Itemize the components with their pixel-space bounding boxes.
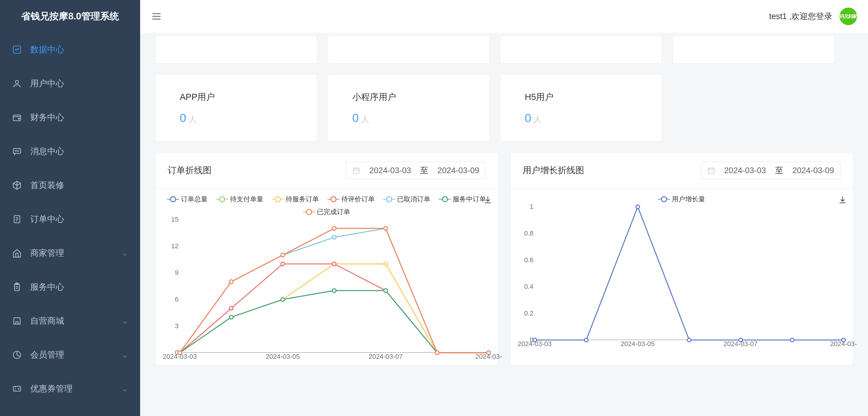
sidebar-item-label: 财务中心: [30, 112, 128, 123]
legend-marker-icon: [383, 199, 395, 200]
stat-title: H5用户: [525, 91, 638, 103]
sidebar-item-label: 用户中心: [30, 78, 128, 89]
order-icon: [12, 214, 22, 224]
sidebar-item-4[interactable]: 首页装修: [0, 168, 140, 202]
y-tick: 0.6: [520, 256, 534, 264]
svg-rect-77: [708, 168, 714, 173]
svg-point-5: [15, 151, 16, 151]
sidebar-item-7[interactable]: 服务中心: [0, 270, 140, 304]
sidebar-item-label: 消息中心: [30, 146, 128, 157]
y-tick: 1: [520, 203, 534, 211]
y-tick: 3: [165, 322, 179, 330]
legend-label: 待评价订单: [341, 195, 375, 204]
legend-item[interactable]: 订单总量: [167, 195, 208, 204]
orders-chart-body: 订单总量待支付单量待服务订单待评价订单已取消订单服务中订单已完成订单036912…: [156, 189, 498, 365]
wallet-icon: [12, 113, 22, 122]
sidebar-item-2[interactable]: 财务中心: [0, 100, 140, 135]
home-icon: [12, 248, 22, 258]
y-tick: 6: [165, 296, 179, 303]
sidebar-item-10[interactable]: ¥优惠券管理: [0, 372, 140, 406]
date-range-picker[interactable]: 2024-03-03 至 2024-03-09: [346, 162, 486, 179]
stat-card: H5用户0人: [500, 75, 662, 141]
svg-point-52: [332, 262, 336, 266]
download-icon[interactable]: [483, 195, 492, 204]
legend-marker-icon: [167, 199, 179, 200]
legend-item[interactable]: 已取消订单: [383, 195, 430, 204]
legend-label: 待支付单量: [230, 195, 263, 204]
legend-marker-icon: [216, 199, 228, 200]
stat-card-blank: [500, 36, 662, 64]
svg-point-73: [332, 227, 336, 230]
sidebar-item-3[interactable]: 消息中心: [0, 135, 140, 168]
date-from: 2024-03-03: [724, 166, 766, 175]
svg-rect-23: [353, 168, 360, 173]
sidebar-item-1[interactable]: 用户中心: [0, 67, 140, 100]
chart-legend: 用户增长量: [520, 195, 844, 204]
linechart-icon: [12, 45, 22, 55]
legend-label: 已取消订单: [397, 195, 430, 204]
legend-label: 用户增长量: [672, 195, 705, 204]
svg-point-51: [281, 262, 284, 266]
hamburger-icon[interactable]: [151, 11, 162, 22]
x-tick: 2024-03-03: [518, 340, 552, 348]
stat-unit: 人: [534, 114, 542, 125]
svg-point-1: [16, 80, 19, 84]
chevron-down-icon: [122, 250, 128, 256]
legend-label: 已完成订单: [317, 207, 350, 216]
legend-item[interactable]: 服务中订单: [439, 195, 486, 204]
y-tick: 12: [165, 242, 179, 250]
calendar-icon: [707, 167, 715, 174]
stat-row-top: [155, 36, 853, 64]
legend-marker-icon: [272, 199, 284, 200]
x-tick: 2024-03-05: [620, 340, 655, 348]
date-from: 2024-03-03: [369, 166, 411, 175]
stat-card: 小程序用户0人: [328, 75, 489, 141]
cube-icon: [12, 180, 22, 190]
sidebar-item-label: 数据中心: [30, 44, 128, 55]
sidebar-item-label: 服务中心: [30, 281, 128, 293]
stat-title: APP用户: [180, 91, 292, 103]
svg-point-46: [384, 262, 388, 266]
svg-point-7: [18, 151, 19, 151]
stat-value: 0: [525, 112, 531, 125]
chevron-down-icon: [122, 386, 128, 392]
stat-unit: 人: [189, 114, 197, 125]
svg-point-6: [17, 151, 17, 151]
legend-label: 服务中订单: [453, 195, 486, 204]
sidebar-item-9[interactable]: 会员管理: [0, 338, 140, 372]
chevron-down-icon: [122, 318, 128, 324]
content: APP用户0人小程序用户0人H5用户0人 订单折线图 2024-03-03 至 …: [140, 33, 868, 416]
sidebar-item-0[interactable]: 数据中心: [0, 33, 140, 67]
x-tick: 2024-03-05: [266, 353, 300, 361]
avatar[interactable]: 码兄到家: [840, 7, 857, 25]
legend-item[interactable]: 待支付单量: [216, 195, 263, 204]
download-icon[interactable]: [838, 195, 847, 204]
svg-point-3: [19, 118, 19, 119]
sidebar-item-8[interactable]: 自营商城: [0, 304, 140, 338]
svg-point-71: [229, 280, 233, 284]
message-icon: [12, 147, 22, 156]
sidebar-item-5[interactable]: 订单中心: [0, 202, 140, 236]
legend-marker-icon: [328, 199, 340, 200]
legend-item[interactable]: 待服务订单: [272, 195, 319, 204]
legend-item[interactable]: 用户增长量: [658, 195, 705, 204]
main-area: test1 ,欢迎您登录 码兄到家 APP用户0人小程序用户0人H5用户0人 订…: [140, 0, 868, 416]
shop-icon: [12, 316, 22, 326]
date-range-picker[interactable]: 2024-03-03 至 2024-03-09: [701, 162, 840, 179]
svg-point-50: [229, 306, 233, 310]
svg-text:¥: ¥: [18, 387, 20, 391]
y-tick: 0.4: [520, 283, 534, 291]
date-separator: 至: [420, 165, 428, 176]
sidebar-item-label: 会员管理: [30, 349, 122, 361]
y-tick: 15: [165, 215, 179, 224]
x-tick: 2024-03-: [830, 340, 857, 348]
sidebar-item-6[interactable]: 商家管理: [0, 236, 140, 270]
sidebar: 省钱兄按摩8.0管理系统 数据中心用户中心财务中心消息中心首页装修订单中心商家管…: [0, 0, 140, 416]
legend-item[interactable]: 已完成订单: [303, 207, 350, 216]
user-growth-chart-card: 用户增长折线图 2024-03-03 至 2024-03-09 用户增长量00.…: [510, 152, 853, 365]
stat-title: 小程序用户: [352, 91, 465, 103]
legend-item[interactable]: 待评价订单: [328, 195, 375, 204]
topbar: test1 ,欢迎您登录 码兄到家: [140, 0, 868, 33]
date-to: 2024-03-09: [437, 166, 479, 175]
orders-chart-card: 订单折线图 2024-03-03 至 2024-03-09 订单总量待支付单量待…: [155, 152, 498, 365]
